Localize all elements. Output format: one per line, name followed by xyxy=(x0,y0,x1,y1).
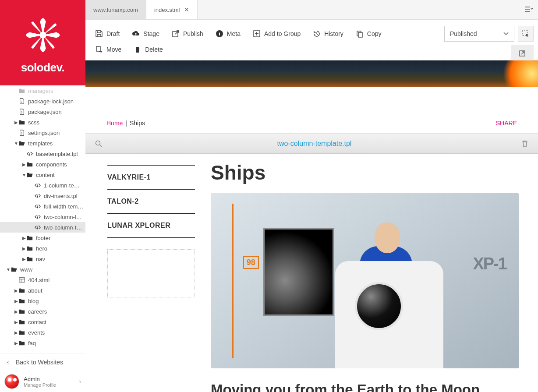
tree-item[interactable]: ▶faq xyxy=(0,338,85,348)
tree-item[interactable]: ▼templates xyxy=(0,138,85,148)
tab-bar: www.lunarxp.com index.stml ✕ xyxy=(85,0,538,20)
tree-item[interactable]: ▶blog xyxy=(0,296,85,306)
tree-item[interactable]: ▶components xyxy=(0,159,85,170)
open-external-button[interactable] xyxy=(511,45,534,62)
tree-item-label: www xyxy=(20,266,32,273)
trash-icon[interactable] xyxy=(521,140,528,147)
history-button[interactable]: History xyxy=(313,26,350,42)
back-label: Back to Websites xyxy=(16,359,63,366)
sidenav-item-lunar-xplorer[interactable]: LUNAR XPLORER xyxy=(107,214,195,238)
chevron-down-icon xyxy=(503,32,509,35)
info-icon xyxy=(216,30,223,38)
caret-icon: ▶ xyxy=(14,120,18,125)
tree-item[interactable]: 1-column-template xyxy=(0,180,85,191)
caret-icon: ▶ xyxy=(22,246,26,251)
tab-menu-button[interactable] xyxy=(520,0,538,19)
tree-item[interactable]: {}package.json xyxy=(0,106,85,117)
tree-item[interactable]: div-inserts.tpl xyxy=(0,191,85,201)
code-icon xyxy=(34,213,41,220)
sidenav-drop-zone[interactable] xyxy=(107,249,195,297)
tree-item[interactable]: {}settings.json xyxy=(0,127,85,138)
folder-icon xyxy=(18,119,25,126)
publish-button[interactable]: Publish xyxy=(172,26,209,42)
hero-badge: 98 xyxy=(243,256,259,269)
tree-item[interactable]: ▼www xyxy=(0,264,85,275)
share-link[interactable]: SHARE xyxy=(496,120,517,127)
caret-icon: ▶ xyxy=(14,330,18,335)
tree-item[interactable]: full-width-template xyxy=(0,201,85,212)
tree-item[interactable]: ▶hero xyxy=(0,243,85,254)
tree-item[interactable]: ▶nav xyxy=(0,254,85,264)
move-button[interactable]: Move xyxy=(95,42,127,57)
tree-item[interactable]: 404.stml xyxy=(0,275,85,285)
tree-item[interactable]: ▶footer xyxy=(0,233,85,243)
svg-text:{}: {} xyxy=(21,132,22,134)
tree-item-label: contact xyxy=(28,319,46,325)
tree-item[interactable]: ▶about xyxy=(0,285,85,296)
brand-mark-icon xyxy=(19,11,67,59)
selection-tool-button[interactable] xyxy=(518,26,534,42)
draft-button[interactable]: Draft xyxy=(95,26,126,42)
caret-icon: ▶ xyxy=(14,341,18,346)
layout-icon xyxy=(18,276,25,283)
caret-icon: ▶ xyxy=(14,309,18,314)
tree-item-label: basetemplate.tpl xyxy=(36,151,78,157)
brand-logo[interactable]: solodev. xyxy=(0,0,85,85)
svg-rect-10 xyxy=(96,46,100,51)
code-icon xyxy=(34,192,41,199)
tree-item-label: footer xyxy=(36,235,50,241)
tree-item-label: hero xyxy=(36,245,47,252)
tree-item[interactable]: ▶careers xyxy=(0,306,85,317)
template-name[interactable]: two-column-template.tpl xyxy=(107,140,521,148)
tree-item[interactable]: ▶contact xyxy=(0,317,85,327)
caret-icon: ▼ xyxy=(14,141,18,146)
copy-button[interactable]: Copy xyxy=(356,26,388,42)
meta-button[interactable]: Meta xyxy=(216,26,247,42)
close-icon[interactable]: ✕ xyxy=(184,6,189,13)
status-select[interactable]: Published xyxy=(444,26,514,42)
folder-icon xyxy=(18,318,25,325)
caret-icon: ▼ xyxy=(6,267,11,272)
sidenav-item-talon[interactable]: TALON-2 xyxy=(107,190,195,214)
folder-open-icon xyxy=(11,266,18,273)
search-icon[interactable] xyxy=(95,140,102,147)
tree-item[interactable]: managers xyxy=(0,85,85,96)
caret-icon: ▶ xyxy=(14,320,18,325)
sidenav-item-valkyrie[interactable]: VALKYRIE-1 xyxy=(107,165,195,190)
add-to-group-button[interactable]: Add to Group xyxy=(253,26,307,42)
caret-icon: ▼ xyxy=(22,173,26,177)
tree-item[interactable]: two-column-left.tpl xyxy=(0,212,85,222)
breadcrumb-home[interactable]: Home xyxy=(106,120,123,127)
toolbar: DraftStagePublishMetaAdd to GroupHistory… xyxy=(85,20,538,60)
cloud-up-icon xyxy=(132,30,140,38)
toolbar-label: Copy xyxy=(367,30,382,37)
breadcrumb-current: Ships xyxy=(130,120,145,127)
toolbar-label: Delete xyxy=(145,46,163,53)
external-link-icon xyxy=(518,49,526,57)
tab-site[interactable]: www.lunarxp.com xyxy=(85,0,146,19)
tree-item[interactable]: ▶scss xyxy=(0,117,85,127)
back-to-websites[interactable]: ‹ Back to Websites xyxy=(0,353,85,371)
tree-item[interactable]: ▼content xyxy=(0,170,85,180)
delete-button[interactable]: Delete xyxy=(134,42,169,57)
folder-open-icon xyxy=(18,140,25,147)
copy-icon xyxy=(356,30,364,38)
tree-item-label: scss xyxy=(28,119,39,126)
tree-item[interactable]: basetemplate.tpl xyxy=(0,148,85,159)
tree-item-label: package.json xyxy=(28,109,62,115)
plus-box-icon xyxy=(253,30,261,38)
tree-item-label: managers xyxy=(28,88,53,94)
tree-item[interactable]: ▶events xyxy=(0,327,85,338)
tab-file[interactable]: index.stml ✕ xyxy=(146,0,198,19)
page-sidenav: VALKYRIE-1 TALON-2 LUNAR XPLORER xyxy=(107,161,195,392)
caret-icon: ▶ xyxy=(14,288,18,293)
page-subhead: Moving you from the Earth to the Moon xyxy=(211,381,519,392)
code-icon xyxy=(26,150,33,157)
stage-button[interactable]: Stage xyxy=(132,26,166,42)
tree-item[interactable]: {}package-lock.json xyxy=(0,96,85,106)
tree-item[interactable]: two-column-temp xyxy=(0,222,85,233)
folder-open-icon xyxy=(26,171,33,178)
svg-point-12 xyxy=(96,141,100,145)
avatar xyxy=(4,374,19,389)
user-profile[interactable]: Admin Manage Profile › xyxy=(0,371,85,392)
